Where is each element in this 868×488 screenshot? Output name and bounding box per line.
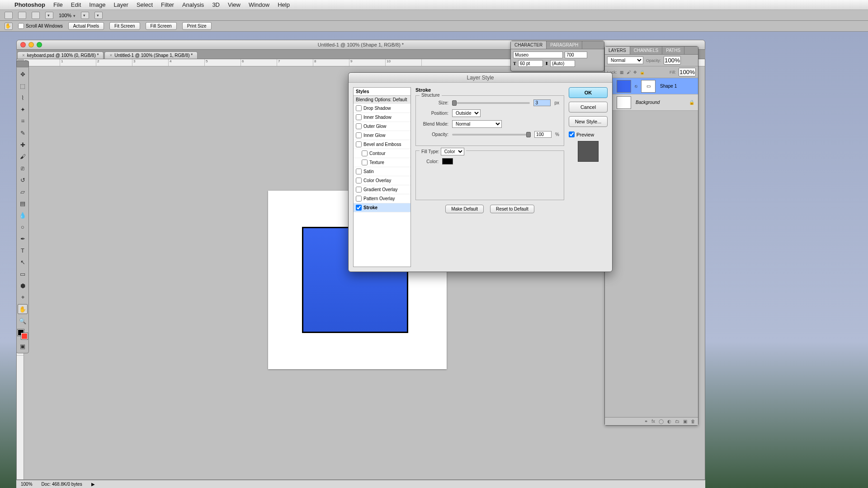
background-swatch[interactable] (21, 333, 28, 339)
move-tool-icon[interactable]: ✥ (18, 69, 28, 79)
pen-tool-icon[interactable]: ✒ (18, 234, 28, 244)
screen-mode-dropdown[interactable] (94, 12, 103, 19)
opacity-slider[interactable] (452, 134, 531, 136)
menu-select[interactable]: Select (137, 1, 153, 8)
font-family-input[interactable] (513, 52, 563, 58)
link-layers-icon[interactable]: ⚭ (644, 419, 648, 424)
magic-wand-tool-icon[interactable]: ✦ (18, 104, 28, 114)
size-input[interactable] (533, 99, 551, 106)
menu-image[interactable]: Image (89, 1, 105, 8)
dodge-tool-icon[interactable]: ○ (18, 222, 28, 232)
document-tab-0[interactable]: ×keyboard.psd @ 100% (0, RGB/8) * (17, 52, 104, 59)
layer-mask-thumbnail[interactable]: ▭ (641, 80, 656, 93)
tool-palette-header[interactable] (16, 61, 29, 67)
style-checkbox[interactable] (356, 196, 362, 202)
crop-tool-icon[interactable]: ⌗ (18, 116, 28, 126)
3d-camera-tool-icon[interactable]: ⌖ (18, 292, 28, 302)
eraser-tool-icon[interactable]: ▱ (18, 187, 28, 197)
gradient-tool-icon[interactable]: ▤ (18, 198, 28, 208)
zoom-window-icon[interactable] (37, 42, 42, 47)
size-slider[interactable] (452, 102, 530, 104)
quick-mask-icon[interactable]: ▣ (18, 341, 28, 351)
fit-screen-button[interactable]: Fit Screen (109, 22, 140, 30)
close-tab-icon[interactable]: × (22, 53, 25, 58)
new-style-button[interactable]: New Style... (569, 116, 608, 127)
style-bevel-emboss[interactable]: Bevel and Emboss (354, 140, 410, 149)
tab-channels[interactable]: CHANNELS (630, 47, 662, 54)
style-checkbox[interactable] (362, 160, 368, 165)
dialog-titlebar[interactable]: Layer Style (349, 73, 612, 83)
blur-tool-icon[interactable]: 💧 (18, 210, 28, 220)
make-default-button[interactable]: Make Default (445, 205, 484, 213)
tab-layers[interactable]: LAYERS (605, 47, 630, 54)
position-select[interactable]: Outside (452, 109, 481, 117)
stroke-color-swatch[interactable] (442, 158, 453, 164)
document-tab-1[interactable]: ×Untitled-1 @ 100% (Shape 1, RGB/8) * (104, 52, 198, 59)
style-checkbox[interactable] (356, 141, 362, 147)
print-size-button[interactable]: Print Size (182, 22, 212, 30)
marquee-tool-icon[interactable]: ⬚ (18, 81, 28, 91)
blending-options-item[interactable]: Blending Options: Default (354, 96, 410, 104)
menu-filter[interactable]: Filter (161, 1, 174, 8)
style-checkbox[interactable] (356, 105, 362, 111)
menu-file[interactable]: File (53, 1, 63, 8)
scroll-all-windows-checkbox[interactable]: Scroll All Windows (18, 23, 63, 29)
menu-window[interactable]: Window (249, 1, 269, 8)
style-satin[interactable]: Satin (354, 167, 410, 176)
tab-paragraph[interactable]: PARAGRAPH (547, 41, 582, 49)
status-zoom[interactable]: 100% (21, 482, 33, 487)
brush-tool-icon[interactable]: 🖌 (18, 151, 28, 161)
lock-transparency-icon[interactable]: ▦ (620, 70, 624, 75)
layer-name[interactable]: Background (633, 100, 660, 105)
eyedropper-tool-icon[interactable]: ✎ (18, 128, 28, 138)
menu-3d[interactable]: 3D (212, 1, 220, 8)
menu-help[interactable]: Help (278, 1, 290, 8)
healing-brush-tool-icon[interactable]: ✚ (18, 140, 28, 150)
layer-fx-icon[interactable]: fx (651, 419, 655, 424)
type-tool-icon[interactable]: T (18, 245, 28, 255)
style-drop-shadow[interactable]: Drop Shadow (354, 104, 410, 113)
style-checkbox[interactable] (356, 132, 362, 138)
menu-layer[interactable]: Layer (113, 1, 128, 8)
menu-view[interactable]: View (228, 1, 241, 8)
stroke-blend-select[interactable]: Normal (452, 120, 502, 128)
style-outer-glow[interactable]: Outer Glow (354, 122, 410, 131)
layer-mask-icon[interactable]: ◯ (659, 419, 664, 424)
layer-row-background[interactable]: 👁 Background 🔒 (605, 94, 698, 111)
hand-tool-icon[interactable]: ✋ (5, 23, 13, 30)
ok-button[interactable]: OK (569, 87, 608, 98)
tab-paths[interactable]: PATHS (662, 47, 684, 54)
delete-layer-icon[interactable]: 🗑 (691, 419, 695, 424)
launch-minibridge-icon[interactable] (32, 12, 40, 19)
opacity-input[interactable] (534, 131, 552, 138)
style-checkbox[interactable] (356, 169, 362, 174)
cancel-button[interactable]: Cancel (569, 102, 608, 113)
fill-type-select[interactable]: Color (441, 148, 464, 155)
style-inner-shadow[interactable]: Inner Shadow (354, 113, 410, 122)
close-window-icon[interactable] (20, 42, 26, 47)
style-pattern-overlay[interactable]: Pattern Overlay (354, 194, 410, 203)
menu-analysis[interactable]: Analysis (182, 1, 204, 8)
history-brush-tool-icon[interactable]: ↺ (18, 175, 28, 185)
color-swatches[interactable] (18, 329, 28, 339)
font-weight-input[interactable] (565, 52, 587, 58)
font-size-input[interactable] (518, 60, 543, 67)
layer-row-shape1[interactable]: 👁 ⎋ ▭ Shape 1 (605, 78, 698, 94)
style-contour[interactable]: Contour (354, 149, 410, 158)
launch-bridge-icon[interactable] (18, 12, 26, 19)
lock-all-icon[interactable]: 🔒 (640, 70, 645, 75)
close-tab-icon[interactable]: × (109, 53, 112, 58)
actual-pixels-button[interactable]: Actual Pixels (68, 22, 104, 30)
style-checkbox[interactable] (356, 114, 362, 120)
new-layer-icon[interactable]: ▣ (683, 419, 687, 424)
link-icon[interactable]: ⎋ (633, 84, 639, 89)
path-selection-tool-icon[interactable]: ↖ (18, 257, 28, 267)
style-checkbox[interactable] (356, 178, 362, 183)
blend-mode-select[interactable]: Normal (607, 56, 643, 64)
3d-tool-icon[interactable]: ⬢ (18, 281, 28, 291)
style-checkbox[interactable] (362, 150, 368, 156)
view-extras-dropdown[interactable] (45, 12, 53, 19)
fill-screen-button[interactable]: Fill Screen (146, 22, 177, 30)
style-checkbox[interactable] (356, 187, 362, 192)
reset-default-button[interactable]: Reset to Default (490, 205, 534, 213)
